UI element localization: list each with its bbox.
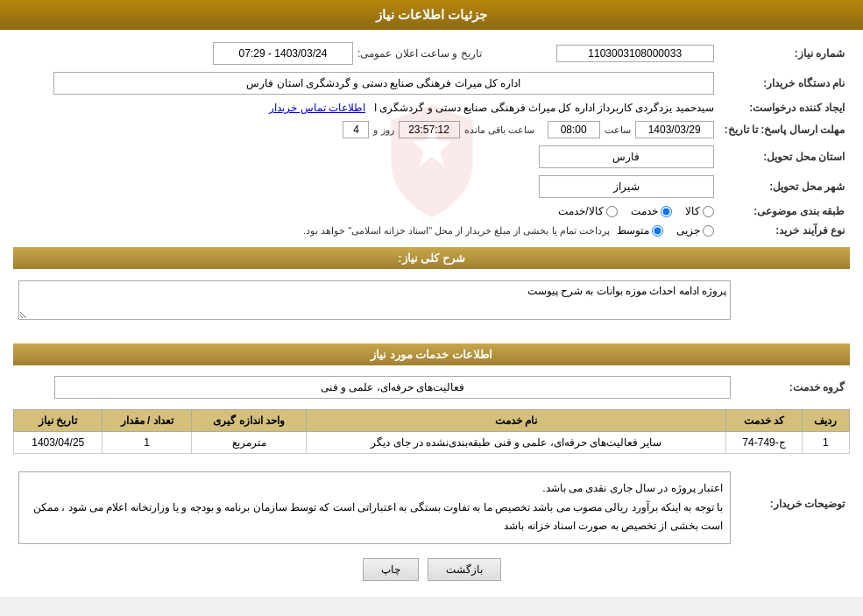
services-group-table: گروه خدمت: فعالیت‌های حرفه‌ای، علمی و فن… xyxy=(13,372,850,402)
days-label: روز و xyxy=(373,124,393,136)
print-button[interactable]: چاپ xyxy=(363,558,419,581)
cell-service-name: سایر فعالیت‌های حرفه‌ای، علمی و فنی طبقه… xyxy=(307,432,726,454)
category-radio-both[interactable] xyxy=(606,206,618,217)
need-description-section-header: شرح کلی نیاز: xyxy=(13,247,850,269)
page-title: جزئیات اطلاعات نیاز xyxy=(0,0,863,30)
city-label: شهر محل تحویل: xyxy=(719,172,850,202)
category-radio-group: کالا خدمت کالا/خدمت xyxy=(18,205,714,217)
province-box: فارس xyxy=(539,145,714,168)
category-option-service[interactable]: خدمت xyxy=(631,205,672,217)
row-buyer-org: نام دستگاه خریدار: اداره کل میراث فرهنگی… xyxy=(13,68,850,98)
response-date: 1403/03/29 xyxy=(635,121,714,138)
row-creator: ایجاد کننده درخواست: سیدحمید یزدگردی کار… xyxy=(13,98,850,117)
creator-link[interactable]: اطلاعات تماس خریدار xyxy=(269,102,365,114)
content-area: شماره نیاز: 1103003108000033 تاریخ و ساع… xyxy=(0,30,863,597)
services-header-text: اطلاعات خدمات مورد نیاز xyxy=(371,348,492,361)
category-option-goods[interactable]: کالا xyxy=(685,205,714,217)
purchase-option-partial[interactable]: جزیی xyxy=(676,224,714,237)
row-response-deadline: مهلت ارسال پاسخ: تا تاریخ: 1403/03/29 سا… xyxy=(13,117,850,142)
need-description-header-text: شرح کلی نیاز: xyxy=(398,251,465,265)
need-description-table: پروژه ادامه احداث موزه بوانات به شرح پیو… xyxy=(13,277,850,326)
cell-date: 1403/04/25 xyxy=(14,432,103,454)
city-value: شیراز xyxy=(13,172,719,202)
category-goods-label: کالا xyxy=(685,205,700,217)
cell-service-code: ج-749-74 xyxy=(726,432,803,454)
creator-name: سیدحمید یزدگردی کاربرداز اداره کل میراث … xyxy=(374,102,714,114)
col-unit: واحد اندازه گیری xyxy=(191,410,306,432)
services-group-box: فعالیت‌های حرفه‌ای، علمی و فنی xyxy=(54,376,731,399)
cell-row-num: 1 xyxy=(802,432,849,454)
response-time: 08:00 xyxy=(548,121,600,138)
services-group-label: گروه خدمت: xyxy=(736,372,850,402)
buyer-desc-label: توضیحات خریدار: xyxy=(736,461,850,548)
services-group-row: گروه خدمت: فعالیت‌های حرفه‌ای، علمی و فن… xyxy=(13,372,850,402)
need-description-container: پروژه ادامه احداث موزه بوانات به شرح پیو… xyxy=(13,273,850,336)
page-title-text: جزئیات اطلاعات نیاز xyxy=(376,7,487,22)
purchase-option-medium[interactable]: متوسط xyxy=(617,224,663,237)
buyer-desc-table: توضیحات خریدار: اعتبار پروژه در سال جاری… xyxy=(13,461,850,548)
purchase-type-value: جزیی متوسط پرداخت تمام یا بخشی از مبلغ خ… xyxy=(13,221,719,240)
row-city: شهر محل تحویل: شیراز xyxy=(13,172,850,202)
col-quantity: تعداد / مقدار xyxy=(103,410,191,432)
buyer-org-box: اداره کل میراث فرهنگی صنایع دستی و گردشگ… xyxy=(53,72,714,95)
table-row: 1 ج-749-74 سایر فعالیت‌های حرفه‌ای، علمی… xyxy=(14,432,850,454)
services-table: ردیف کد خدمت نام خدمت واحد اندازه گیری ت… xyxy=(13,409,850,454)
response-deadline-label: مهلت ارسال پاسخ: تا تاریخ: xyxy=(719,117,850,142)
col-date: تاریخ نیاز xyxy=(14,410,103,432)
purchase-note: پرداخت تمام یا بخشی از مبلغ خریدار از مح… xyxy=(303,225,610,237)
response-deadline-value: 1403/03/29 ساعت 08:00 ساعت باقی مانده 23… xyxy=(13,117,719,142)
back-button[interactable]: بازگشت xyxy=(428,558,501,581)
services-table-head: ردیف کد خدمت نام خدمت واحد اندازه گیری ت… xyxy=(14,410,850,432)
announce-date-label: تاریخ و ساعت اعلان عمومی: xyxy=(357,47,482,60)
creator-value: سیدحمید یزدگردی کاربرداز اداره کل میراث … xyxy=(13,98,719,117)
col-row-num: ردیف xyxy=(802,410,849,432)
services-header-row: ردیف کد خدمت نام خدمت واحد اندازه گیری ت… xyxy=(14,410,850,432)
page-container: جزئیات اطلاعات نیاز شماره نیاز: 11030031… xyxy=(0,0,863,597)
response-time-label: ساعت xyxy=(605,124,631,136)
province-value: فارس xyxy=(13,142,719,172)
creator-label: ایجاد کننده درخواست: xyxy=(719,98,850,117)
purchase-radio-medium[interactable] xyxy=(652,225,663,237)
row-purchase-type: نوع فرآیند خرید: جزیی متوسط xyxy=(13,221,850,240)
need-number-label: شماره نیاز: xyxy=(719,39,850,68)
need-description-row: پروژه ادامه احداث موزه بوانات به شرح پیو… xyxy=(13,277,850,326)
info-table: شماره نیاز: 1103003108000033 تاریخ و ساع… xyxy=(13,39,850,240)
remaining-label1: ساعت باقی مانده xyxy=(464,124,534,136)
buyer-description-box: اعتبار پروژه در سال جاری نقدی می باشد. ب… xyxy=(18,471,731,544)
buyer-desc-line-2: با توجه به اینکه برآورد ریالی مصوب می با… xyxy=(26,499,723,536)
col-service-code: کد خدمت xyxy=(726,410,803,432)
category-radio-goods[interactable] xyxy=(703,206,714,217)
row-province: استان محل تحویل: فارس xyxy=(13,142,850,172)
category-label: طبقه بندی موضوعی: xyxy=(719,202,850,221)
purchase-type-label: نوع فرآیند خرید: xyxy=(719,221,850,240)
remaining-time: 23:57:12 xyxy=(399,121,460,138)
need-description-textarea[interactable]: پروژه ادامه احداث موزه بوانات به شرح پیو… xyxy=(18,280,731,320)
purchase-medium-label: متوسط xyxy=(617,224,649,237)
services-section-header: اطلاعات خدمات مورد نیاز xyxy=(13,343,850,365)
days-count: 4 xyxy=(343,121,369,138)
services-table-body: 1 ج-749-74 سایر فعالیت‌های حرفه‌ای، علمی… xyxy=(14,432,850,454)
category-both-label: کالا/خدمت xyxy=(558,205,603,217)
province-label: استان محل تحویل: xyxy=(719,142,850,172)
buyer-org-label: نام دستگاه خریدار: xyxy=(719,68,850,98)
need-desc-value-cell: پروژه ادامه احداث موزه بوانات به شرح پیو… xyxy=(13,277,736,326)
buyer-desc-row: توضیحات خریدار: اعتبار پروژه در سال جاری… xyxy=(13,461,850,548)
announce-date-value: 1403/03/24 - 07:29 xyxy=(213,42,353,65)
buttons-row: بازگشت چاپ xyxy=(13,558,850,581)
col-service-name: نام خدمت xyxy=(307,410,726,432)
buyer-org-value: اداره کل میراث فرهنگی صنایع دستی و گردشگ… xyxy=(13,68,719,98)
buyer-desc-line-1: اعتبار پروژه در سال جاری نقدی می باشد. xyxy=(26,479,723,499)
services-section: گروه خدمت: فعالیت‌های حرفه‌ای، علمی و فن… xyxy=(13,372,850,454)
need-number-box: 1103003108000033 xyxy=(556,45,714,62)
purchase-radio-partial[interactable] xyxy=(703,225,714,237)
need-desc-label-cell xyxy=(736,277,850,326)
city-box: شیراز xyxy=(539,175,714,198)
purchase-partial-label: جزیی xyxy=(676,224,700,237)
category-radio-service[interactable] xyxy=(661,206,672,217)
purchase-radio-group: جزیی متوسط xyxy=(617,224,714,237)
services-group-value: فعالیت‌های حرفه‌ای، علمی و فنی xyxy=(13,372,736,402)
category-value: کالا خدمت کالا/خدمت xyxy=(13,202,719,221)
cell-unit: مترمربع xyxy=(191,432,306,454)
cell-quantity: 1 xyxy=(103,432,191,454)
category-option-both[interactable]: کالا/خدمت xyxy=(558,205,617,217)
